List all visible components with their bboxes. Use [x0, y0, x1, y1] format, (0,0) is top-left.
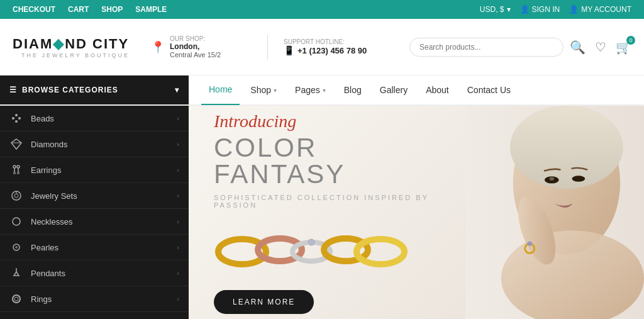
sidebar-item-pearles[interactable]: Pearles › — [0, 235, 189, 260]
learn-more-button[interactable]: LEARN MORE — [214, 290, 314, 314]
svg-point-29 — [357, 239, 404, 264]
chevron-right-icon: › — [177, 115, 179, 122]
hero-model-image — [465, 106, 644, 319]
account-icon: 👤 — [569, 5, 579, 14]
chevron-right-icon: › — [177, 140, 179, 148]
sidebar-item-gifts[interactable]: Gifts › — [0, 312, 189, 319]
sidebar-item-diamonds[interactable]: Diamonds › — [0, 132, 189, 157]
svg-point-1 — [12, 117, 14, 120]
chevron-down-icon: ▾ — [175, 86, 179, 94]
svg-point-2 — [18, 117, 21, 120]
top-bar: CHECKOUT CART SHOP SAMPLE USD, $ ▾ 👤 SIG… — [0, 0, 644, 19]
hero-title: COLOR FANTASY — [214, 135, 440, 187]
svg-point-20 — [13, 295, 20, 303]
svg-point-32 — [510, 106, 623, 189]
sidebar-item-pendants[interactable]: Pendants › — [0, 260, 189, 286]
cart-link[interactable]: CART — [68, 5, 89, 14]
search-input[interactable] — [409, 38, 564, 57]
svg-point-10 — [14, 172, 16, 174]
hero-content: Introducing COLOR FANTASY SOPHISTICATED … — [189, 106, 465, 319]
logo-subtitle: THE JEWELRY BOUTIQUE — [13, 52, 138, 59]
support-info: SUPPORT HOTLINE: 📱 +1 (123) 456 78 90 — [284, 38, 397, 55]
diamonds-icon — [9, 138, 23, 150]
shop-info: 📍 OUR SHOP: London, Central Ave 15/2 — [151, 35, 252, 59]
nav-item-contact[interactable]: Contact Us — [460, 75, 518, 105]
rings-icon — [9, 293, 23, 305]
svg-point-6 — [13, 165, 16, 168]
divider — [267, 35, 268, 60]
chevron-right-icon: › — [177, 192, 179, 199]
nav-item-shop[interactable]: Shop ▾ — [243, 75, 284, 105]
svg-point-21 — [14, 297, 18, 301]
location-icon: 📍 — [151, 40, 165, 54]
svg-point-3 — [15, 120, 18, 123]
sample-link[interactable]: SAMPLE — [135, 5, 167, 14]
phone-icon: 📱 — [284, 45, 294, 55]
cart-icon[interactable]: 🛒 0 — [616, 40, 631, 55]
nav-bar: ☰ BROWSE CATEGORIES ▾ Home Shop ▾ Pages … — [0, 76, 644, 106]
sidebar: Beads › Diamonds › — [0, 106, 189, 319]
beads-icon — [9, 112, 23, 125]
sidebar-item-beads[interactable]: Beads › — [0, 106, 189, 132]
chevron-down-icon: ▾ — [507, 5, 511, 14]
chevron-right-icon: › — [177, 269, 179, 277]
checkout-link[interactable]: CHECKOUT — [13, 5, 55, 14]
sidebar-item-necklesses[interactable]: Necklesses › — [0, 209, 189, 235]
svg-point-37 — [572, 176, 585, 181]
shop-address: Central Ave 15/2 — [170, 51, 221, 59]
earrings-icon — [9, 164, 23, 176]
nav-item-pages[interactable]: Pages ▾ — [287, 75, 333, 105]
hero-intro: Introducing — [214, 111, 440, 132]
chevron-right-icon: › — [177, 218, 179, 225]
shop-label: OUR SHOP: — [170, 35, 221, 42]
svg-point-15 — [13, 218, 20, 225]
sidebar-item-earrings[interactable]: Earrings › — [0, 157, 189, 183]
jewelry-sets-icon — [9, 189, 23, 202]
top-bar-links: CHECKOUT CART SHOP SAMPLE — [13, 5, 167, 14]
user-icon: 👤 — [520, 5, 530, 14]
hero-subtitle: SOPHISTICATED COLLECTION INSPIRED BY PAS… — [214, 194, 440, 209]
svg-point-36 — [549, 177, 554, 181]
search-icon[interactable]: 🔍 — [570, 40, 586, 55]
svg-point-30 — [308, 239, 314, 245]
svg-point-17 — [15, 246, 18, 249]
chevron-icon: ▾ — [274, 87, 277, 94]
menu-icon: ☰ — [9, 86, 17, 94]
svg-point-0 — [15, 114, 18, 116]
diamond-icon: ◆ — [53, 36, 65, 52]
cart-badge: 0 — [626, 36, 635, 45]
sidebar-item-jewelry-sets[interactable]: Jewelry Sets › — [0, 183, 189, 209]
svg-point-7 — [17, 165, 19, 168]
pearles-icon — [9, 241, 23, 254]
nav-item-gallery[interactable]: Gallery — [372, 75, 415, 105]
hero-banner: Introducing COLOR FANTASY SOPHISTICATED … — [189, 106, 644, 319]
chevron-right-icon: › — [177, 243, 179, 251]
chevron-right-icon: › — [177, 166, 179, 174]
myaccount-link[interactable]: 👤 MY ACCOUNT — [569, 5, 631, 14]
chevron-icon: ▾ — [323, 87, 326, 94]
sidebar-item-rings[interactable]: Rings › — [0, 286, 189, 312]
shop-link[interactable]: SHOP — [101, 5, 123, 14]
wishlist-icon[interactable]: ♡ — [595, 40, 606, 55]
necklesses-icon — [9, 215, 23, 228]
top-bar-right: USD, $ ▾ 👤 SIGN IN 👤 MY ACCOUNT — [480, 5, 631, 14]
rings-display — [214, 228, 440, 274]
main-content: Beads › Diamonds › — [0, 106, 644, 319]
signin-button[interactable]: 👤 SIGN IN — [520, 5, 560, 14]
browse-categories-button[interactable]: ☰ BROWSE CATEGORIES ▾ — [0, 76, 189, 104]
header-icons: 🔍 ♡ 🛒 0 — [570, 40, 631, 55]
phone-display: 📱 +1 (123) 456 78 90 — [284, 45, 397, 55]
nav-item-about[interactable]: About — [418, 75, 457, 105]
shop-location: London, — [170, 42, 221, 51]
chevron-right-icon: › — [177, 295, 179, 303]
support-label: SUPPORT HOTLINE: — [284, 38, 397, 45]
nav-item-home[interactable]: Home — [201, 75, 240, 105]
nav-item-blog[interactable]: Blog — [336, 75, 369, 105]
logo-title: DIAM◆ND CITY — [13, 36, 138, 52]
search-area: 🔍 ♡ 🛒 0 — [409, 38, 631, 57]
currency-selector[interactable]: USD, $ ▾ — [480, 5, 511, 14]
logo: DIAM◆ND CITY THE JEWELRY BOUTIQUE — [13, 36, 138, 59]
svg-point-11 — [18, 172, 19, 174]
header: DIAM◆ND CITY THE JEWELRY BOUTIQUE 📍 OUR … — [0, 19, 644, 76]
svg-point-39 — [527, 241, 532, 246]
